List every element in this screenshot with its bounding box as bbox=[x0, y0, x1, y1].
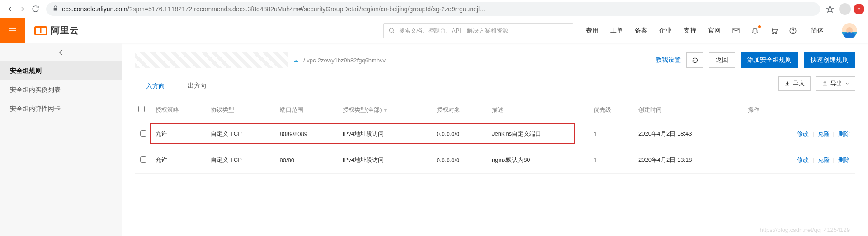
nav-support[interactable]: 支持 bbox=[684, 27, 696, 35]
cell-protocol: 自定义 TCP bbox=[207, 147, 276, 173]
svg-line-5 bbox=[393, 32, 394, 33]
cell-auth-obj: 0.0.0.0/0 bbox=[433, 147, 488, 173]
teach-link[interactable]: 教我设置 bbox=[656, 56, 681, 64]
svg-marker-0 bbox=[827, 5, 834, 12]
brand-text: 阿里云 bbox=[51, 24, 79, 37]
reload-icon[interactable] bbox=[29, 3, 42, 15]
nav-ticket[interactable]: 工单 bbox=[610, 27, 623, 35]
row-checkbox[interactable] bbox=[140, 130, 146, 137]
col-ops: 操作 bbox=[744, 99, 855, 121]
security-group-title bbox=[135, 52, 288, 68]
cell-protocol: 自定义 TCP bbox=[207, 121, 276, 147]
brand[interactable]: 阿里云 bbox=[34, 24, 79, 37]
import-button[interactable]: 导入 bbox=[778, 76, 811, 91]
cell-port: 80/80 bbox=[276, 147, 339, 173]
top-header: 阿里云 搜索文档、控制台、API、解决方案和资源 费用 工单 备案 企业 支持 … bbox=[0, 18, 868, 43]
refresh-button[interactable] bbox=[686, 52, 703, 68]
select-all-checkbox[interactable] bbox=[138, 106, 145, 112]
cell-created: 2020年4月2日 18:43 bbox=[635, 121, 744, 147]
profile-avatar[interactable] bbox=[839, 3, 851, 15]
op-edit[interactable]: 修改 bbox=[797, 156, 809, 163]
page-header: ☁ / vpc-2zewy1bz9h82fgq6hmhvv 教我设置 返回 添加… bbox=[135, 52, 855, 68]
col-port: 端口范围 bbox=[276, 99, 339, 121]
col-desc: 描述 bbox=[488, 99, 590, 121]
url-host: ecs.console.aliyun.com bbox=[62, 5, 127, 13]
svg-point-8 bbox=[775, 33, 776, 33]
sidebar-back[interactable] bbox=[0, 43, 122, 61]
sidebar-item-instances[interactable]: 安全组内实例列表 bbox=[0, 80, 122, 99]
export-button[interactable]: 导出 bbox=[816, 76, 855, 91]
url-path: /?spm=5176.11182172.recommends.decs.3f8d… bbox=[127, 5, 485, 13]
rules-table: 授权策略 协议类型 端口范围 授权类型(全部)▼ 授权对象 描述 优先级 创建时… bbox=[135, 99, 855, 174]
tabs: 入方向 出方向 导入 导出 bbox=[135, 75, 855, 96]
cell-desc: nginx默认为80 bbox=[488, 147, 590, 173]
vpc-label: / vpc-2zewy1bz9h82fgq6hmhvv bbox=[303, 57, 386, 64]
quick-create-button[interactable]: 快速创建规则 bbox=[804, 52, 855, 68]
table-row: 允许自定义 TCP8089/8089IPv4地址段访问0.0.0.0/0Jenk… bbox=[135, 121, 855, 147]
op-clone[interactable]: 克隆 bbox=[818, 130, 830, 137]
cell-created: 2020年4月2日 13:18 bbox=[635, 147, 744, 173]
row-checkbox[interactable] bbox=[140, 156, 146, 163]
col-protocol: 协议类型 bbox=[207, 99, 276, 121]
forward-icon[interactable] bbox=[16, 3, 29, 15]
op-delete[interactable]: 删除 bbox=[838, 130, 850, 137]
language-selector[interactable]: 简体 bbox=[811, 27, 824, 35]
nav-fee[interactable]: 费用 bbox=[586, 27, 599, 35]
op-clone[interactable]: 克隆 bbox=[818, 156, 830, 163]
cell-auth-obj: 0.0.0.0/0 bbox=[433, 121, 488, 147]
cell-port: 8089/8089 bbox=[276, 121, 339, 147]
cell-auth-type: IPv4地址段访问 bbox=[339, 147, 433, 173]
cloud-icon: ☁ bbox=[293, 57, 299, 64]
search-input[interactable]: 搜索文档、控制台、API、解决方案和资源 bbox=[383, 23, 573, 38]
menu-button[interactable] bbox=[0, 18, 25, 43]
add-rule-button[interactable]: 添加安全组规则 bbox=[741, 52, 798, 68]
search-icon bbox=[388, 27, 395, 34]
nav-links: 费用 工单 备案 企业 支持 官网 bbox=[586, 27, 721, 35]
op-delete[interactable]: 删除 bbox=[838, 156, 850, 163]
cell-policy: 允许 bbox=[152, 147, 207, 173]
back-icon[interactable] bbox=[4, 3, 16, 15]
col-policy: 授权策略 bbox=[152, 99, 207, 121]
svg-point-7 bbox=[773, 33, 774, 33]
help-icon[interactable] bbox=[788, 26, 797, 35]
cell-ops: 修改|克隆|删除 bbox=[744, 121, 855, 147]
watermark: https://blog.csdn.net/qq_41254129 bbox=[760, 227, 850, 233]
bell-icon[interactable] bbox=[750, 26, 760, 35]
table-row: 允许自定义 TCP80/80IPv4地址段访问0.0.0.0/0nginx默认为… bbox=[135, 147, 855, 173]
cell-desc: Jenkins自定义端口 bbox=[488, 121, 590, 147]
sidebar-item-eni[interactable]: 安全组内弹性网卡 bbox=[0, 99, 122, 118]
extension-icon[interactable]: ✦ bbox=[854, 4, 864, 14]
tab-egress[interactable]: 出方向 bbox=[176, 75, 218, 96]
star-icon[interactable] bbox=[824, 3, 836, 15]
cart-icon[interactable] bbox=[769, 26, 778, 35]
svg-point-4 bbox=[390, 28, 394, 33]
back-button[interactable]: 返回 bbox=[709, 52, 735, 68]
sidebar-item-rules[interactable]: 安全组规则 bbox=[0, 61, 122, 80]
cell-priority: 1 bbox=[590, 147, 635, 173]
cell-priority: 1 bbox=[590, 121, 635, 147]
sidebar: 安全组规则 安全组内实例列表 安全组内弹性网卡 bbox=[0, 43, 122, 236]
search-placeholder: 搜索文档、控制台、API、解决方案和资源 bbox=[399, 27, 508, 35]
col-created: 创建时间 bbox=[635, 99, 744, 121]
lock-icon bbox=[52, 5, 58, 13]
tab-ingress[interactable]: 入方向 bbox=[135, 76, 176, 96]
nav-home[interactable]: 官网 bbox=[708, 27, 721, 35]
content-area: ☁ / vpc-2zewy1bz9h82fgq6hmhvv 教我设置 返回 添加… bbox=[122, 43, 868, 236]
browser-toolbar: ecs.console.aliyun.com/?spm=5176.1118217… bbox=[0, 0, 868, 18]
nav-beian[interactable]: 备案 bbox=[635, 27, 647, 35]
notification-dot bbox=[758, 25, 761, 28]
nav-enterprise[interactable]: 企业 bbox=[659, 27, 672, 35]
op-edit[interactable]: 修改 bbox=[797, 130, 809, 137]
col-priority: 优先级 bbox=[590, 99, 635, 121]
url-bar[interactable]: ecs.console.aliyun.com/?spm=5176.1118217… bbox=[46, 2, 820, 16]
svg-point-10 bbox=[793, 32, 793, 33]
user-avatar[interactable] bbox=[842, 23, 857, 38]
chevron-down-icon bbox=[845, 81, 849, 86]
cell-auth-type: IPv4地址段访问 bbox=[339, 121, 433, 147]
cell-policy: 允许 bbox=[152, 121, 207, 147]
brand-logo-icon bbox=[34, 26, 47, 35]
col-auth-obj: 授权对象 bbox=[433, 99, 488, 121]
col-auth-type[interactable]: 授权类型(全部)▼ bbox=[339, 99, 433, 121]
cell-ops: 修改|克隆|删除 bbox=[744, 147, 855, 173]
mail-icon[interactable] bbox=[731, 26, 741, 35]
